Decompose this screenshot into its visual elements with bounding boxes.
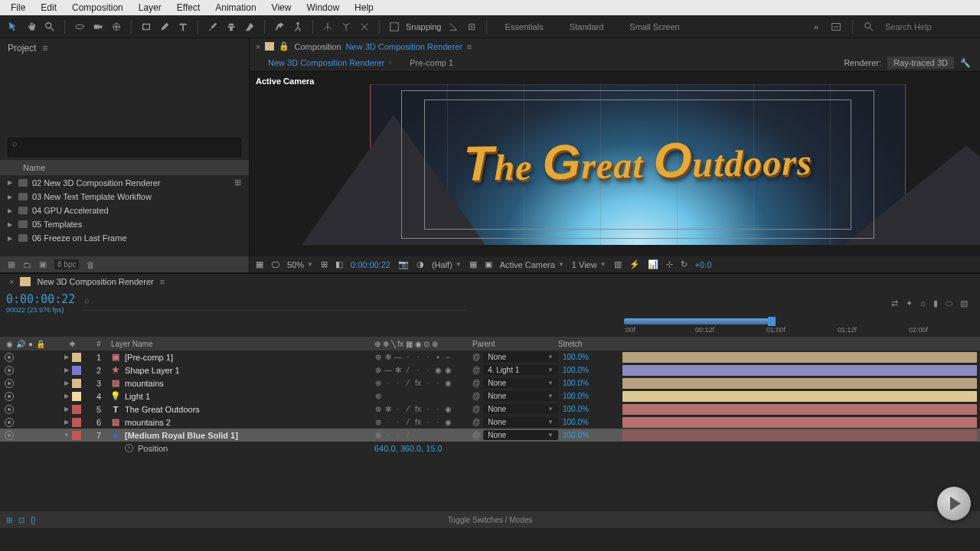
project-item[interactable]: ▶02 New 3D Composition Renderer⊞ [0, 175, 249, 190]
resolution-dropdown[interactable]: (Half)▼ [432, 260, 462, 269]
time-ruler[interactable]: :00f 00:12f 01:00f 01:12f 02:00f [624, 317, 980, 337]
parent-dropdown[interactable]: None▼ [483, 417, 558, 427]
project-item[interactable]: ▶06 Freeze on Last Frame [0, 231, 249, 245]
pixel-aspect-icon[interactable]: ▥ [614, 259, 622, 269]
new-folder-icon[interactable]: 🗀 [23, 260, 31, 269]
comp-tab[interactable]: New 3D Composition Renderer‹ [259, 54, 400, 71]
snap-edge-icon[interactable] [446, 20, 460, 34]
disclosure-icon[interactable]: ▼ [64, 432, 70, 439]
interpret-footage-icon[interactable]: ▦ [8, 259, 15, 269]
shy-icon[interactable]: ⌂ [920, 298, 926, 308]
parent-column[interactable]: Parent [472, 340, 558, 348]
play-button[interactable] [937, 487, 971, 520]
graph-editor-icon[interactable]: ▧ [960, 298, 968, 308]
workspace-standard[interactable]: Standard [559, 22, 615, 31]
comp-name-link[interactable]: New 3D Composition Renderer [346, 42, 462, 51]
layer-switches[interactable]: ⊕··∕ [374, 431, 472, 439]
layer-duration-bar[interactable] [622, 352, 977, 363]
channel-icon[interactable]: ◑ [416, 259, 424, 269]
draft-3d-icon[interactable]: ✦ [906, 298, 913, 308]
label-color[interactable] [72, 418, 81, 427]
search-help-input[interactable] [882, 21, 974, 33]
disclosure-icon[interactable]: ▶ [8, 194, 14, 201]
snapping-label[interactable]: Snapping [406, 22, 442, 31]
stopwatch-icon[interactable] [125, 444, 133, 452]
zoom-tool[interactable] [43, 20, 57, 34]
lock-column-icon[interactable]: 🔒 [36, 340, 45, 348]
trash-icon[interactable]: 🗑 [87, 260, 95, 269]
visibility-toggle[interactable] [5, 431, 14, 440]
puppet-pin-tool[interactable] [291, 20, 305, 34]
timeline-search-input[interactable] [83, 295, 466, 311]
rectangle-tool[interactable] [139, 20, 153, 34]
parent-dropdown[interactable]: None▼ [483, 352, 558, 362]
lock-icon[interactable]: 🔒 [279, 41, 289, 51]
eraser-tool[interactable] [243, 20, 256, 34]
label-color[interactable] [72, 353, 81, 362]
layer-row[interactable]: ▼7■[Medium Royal Blue Solid 1]⊕··∕@None▼… [0, 429, 980, 442]
layer-name[interactable]: Shape Layer 1 [125, 366, 180, 375]
disclosure-icon[interactable]: ▶ [64, 380, 69, 386]
visibility-toggle[interactable] [5, 366, 14, 375]
stretch-value[interactable]: 100.0% [558, 431, 616, 439]
pickwhip-icon[interactable]: @ [472, 431, 480, 439]
layer-switches[interactable]: ⊕—✻∕··◉◉ [374, 366, 472, 374]
layer-name[interactable]: [Medium Royal Blue Solid 1] [125, 431, 238, 440]
workspace-small-screen[interactable]: Small Screen [619, 22, 690, 31]
menu-effect[interactable]: Effect [171, 1, 206, 15]
snapshot-icon[interactable]: 📷 [398, 259, 409, 269]
property-value[interactable]: 640.0, 360.0, 15.0 [374, 444, 558, 453]
layer-row[interactable]: ▶6▨mountains 2⊕··∕fx··◉@None▼100.0% [0, 416, 980, 429]
exposure-value[interactable]: +0.0 [695, 260, 712, 269]
fast-preview-icon[interactable]: ⚡ [629, 259, 640, 269]
parent-dropdown[interactable]: None▼ [483, 391, 558, 401]
reset-exposure-icon[interactable]: ↻ [681, 259, 688, 269]
layer-row[interactable]: ▶3▨mountains⊕··∕fx··◉@None▼100.0% [0, 377, 980, 390]
panel-menu-icon[interactable]: ≡ [42, 43, 47, 54]
layer-name[interactable]: The Great Outdoors [125, 405, 200, 414]
disclosure-icon[interactable]: ▶ [8, 207, 14, 214]
options-wrench-icon[interactable]: 🔧 [960, 58, 971, 68]
cti-handle[interactable] [768, 317, 776, 326]
layer-duration-bar[interactable] [622, 430, 977, 441]
comp-tab[interactable]: Pre-comp 1 [400, 54, 462, 71]
layer-duration-bar[interactable] [622, 417, 977, 428]
toggle-switches-modes-button[interactable]: Toggle Switches / Modes [448, 516, 533, 524]
roto-brush-tool[interactable] [273, 20, 286, 34]
menu-animation[interactable]: Animation [209, 1, 262, 15]
label-color[interactable] [72, 379, 81, 388]
sync-settings-icon[interactable] [829, 20, 843, 34]
layer-name-column[interactable]: Layer Name [108, 340, 374, 348]
eye-column-icon[interactable]: ◉ [6, 340, 13, 348]
menu-file[interactable]: File [5, 1, 31, 15]
transparency-grid-icon[interactable]: ▦ [469, 259, 477, 269]
visibility-toggle[interactable] [5, 379, 14, 388]
bpc-toggle[interactable]: 8 bpc [54, 259, 79, 269]
mask-icon[interactable]: ▣ [485, 259, 492, 269]
pen-tool[interactable] [158, 20, 172, 34]
zoom-dropdown[interactable]: 50%▼ [287, 260, 313, 269]
panel-menu-icon[interactable]: ≡ [160, 277, 165, 286]
camera-dropdown[interactable]: Active Camera▼ [500, 260, 564, 269]
layer-switches[interactable]: ⊕✻—···▪– [374, 353, 472, 361]
axis-local-icon[interactable] [321, 20, 335, 34]
text-tool[interactable] [176, 20, 190, 34]
stretch-value[interactable]: 100.0% [558, 379, 616, 387]
composition-viewer[interactable]: Active Camera The Great Outdoors [250, 72, 980, 256]
layer-row[interactable]: ▶4💡Light 1⊕@None▼100.0% [0, 390, 980, 403]
work-area-bar[interactable] [624, 318, 774, 324]
close-tab-icon[interactable]: × [9, 277, 14, 286]
disclosure-icon[interactable]: ▶ [64, 419, 69, 425]
pickwhip-icon[interactable]: @ [472, 405, 480, 413]
disclosure-icon[interactable]: ▶ [64, 393, 69, 399]
disclosure-icon[interactable]: ▶ [8, 221, 14, 228]
parent-dropdown[interactable]: 4. Light 1▼ [483, 365, 558, 375]
motion-blur-icon[interactable]: ⬭ [946, 298, 952, 308]
label-color[interactable] [72, 366, 81, 375]
views-dropdown[interactable]: 1 View▼ [572, 260, 606, 269]
audio-column-icon[interactable]: 🔊 [16, 340, 25, 348]
layer-switches[interactable]: ⊕··∕fx··◉ [374, 418, 472, 426]
axis-view-icon[interactable] [358, 20, 371, 34]
timeline-timecode[interactable]: 0:00:00:22 [6, 292, 75, 306]
project-item[interactable]: ▶03 New Text Template Workflow [0, 190, 249, 204]
